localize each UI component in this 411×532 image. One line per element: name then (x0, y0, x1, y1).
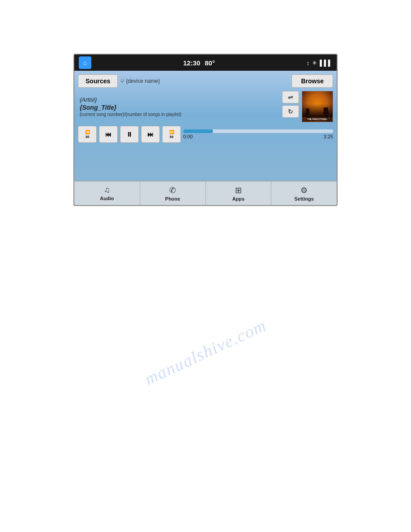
progress-times: 0:00 3:25 (183, 134, 333, 139)
progress-bar-background[interactable] (183, 129, 333, 133)
speed-30-left-icon: ⏪30 (85, 130, 90, 139)
song-title-label: {Song_Title} (80, 104, 279, 111)
bottom-nav: ♫ Audio ✆ Phone ⊞ Apps ⚙ Settings (74, 181, 337, 205)
settings-icon: ⚙ (300, 185, 308, 195)
speed-30-left-button[interactable]: ⏪30 (78, 126, 97, 143)
nav-item-settings[interactable]: ⚙ Settings (271, 181, 337, 205)
speed-30-right-icon: ⏩30 (169, 130, 174, 139)
phone-label: Phone (165, 196, 180, 202)
shuffle-icon: ⇌ (288, 94, 293, 101)
nav-item-audio[interactable]: ♫ Audio (74, 181, 140, 205)
nav-item-phone[interactable]: ✆ Phone (140, 181, 206, 205)
sources-button[interactable]: Sources (78, 74, 118, 88)
status-center: 12:30 80° (183, 59, 215, 67)
current-time: 0:00 (183, 134, 193, 139)
info-icon[interactable]: i (326, 116, 332, 121)
album-band-name: THE PARLOTONES (306, 117, 329, 121)
usb-icon: ⑂ (120, 77, 124, 85)
middle-section: {Artist} {Song_Title} {current song numb… (78, 91, 333, 122)
clock-display: 12:30 (183, 59, 200, 67)
previous-icon: ⏮ (105, 131, 111, 138)
playback-row: ⏪30 ⏮ ⏸ ⏭ ⏩30 (78, 124, 333, 144)
page-wrapper: ⌂ 12:30 80° ↕ ✳ ▌▌▌ Sources ⑂ {device na… (0, 0, 411, 532)
previous-button[interactable]: ⏮ (99, 126, 118, 143)
speed-30-right-button[interactable]: ⏩30 (162, 126, 181, 143)
device-name-label: {device name} (126, 78, 160, 84)
home-button[interactable]: ⌂ (79, 56, 91, 69)
progress-bar-fill (183, 129, 213, 133)
top-row: Sources ⑂ {device name} Browse (78, 73, 333, 89)
shuffle-repeat-buttons: ⇌ ↻ (282, 91, 299, 122)
progress-area: 0:00 3:25 (183, 129, 333, 139)
repeat-icon: ↻ (288, 108, 293, 115)
album-art: THE PARLOTONES i (302, 91, 333, 122)
status-right: ↕ ✳ ▌▌▌ (307, 60, 332, 66)
pause-icon: ⏸ (126, 131, 133, 138)
status-bar: ⌂ 12:30 80° ↕ ✳ ▌▌▌ (74, 55, 337, 71)
repeat-button[interactable]: ↻ (282, 105, 299, 118)
apps-label: Apps (232, 196, 245, 202)
temperature-display: 80° (205, 59, 215, 67)
total-time: 3:25 (324, 134, 333, 139)
main-content: Sources ⑂ {device name} Browse {Artist} … (74, 71, 337, 181)
phone-icon: ✆ (169, 185, 176, 195)
pause-button[interactable]: ⏸ (120, 126, 139, 143)
apps-icon: ⊞ (235, 185, 242, 195)
nav-item-apps[interactable]: ⊞ Apps (206, 181, 272, 205)
shuffle-button[interactable]: ⇌ (282, 91, 299, 103)
home-icon: ⌂ (83, 59, 87, 66)
settings-label: Settings (294, 196, 313, 202)
track-position-label: {current song number}/{number of songs i… (80, 112, 279, 117)
browse-button[interactable]: Browse (291, 74, 333, 88)
device-screen: ⌂ 12:30 80° ↕ ✳ ▌▌▌ Sources ⑂ {device na… (73, 54, 338, 206)
audio-label: Audio (100, 196, 114, 201)
transfer-icon: ↕ (307, 60, 310, 66)
audio-icon: ♫ (104, 185, 110, 195)
device-name-area: ⑂ {device name} (120, 77, 289, 85)
next-button[interactable]: ⏭ (141, 126, 160, 143)
track-info: {Artist} {Song_Title} {current song numb… (78, 91, 279, 122)
snowflake-icon: ✳ (312, 60, 317, 66)
signal-icon: ▌▌▌ (320, 60, 332, 66)
watermark: manualshive.com (141, 315, 270, 389)
artist-label: {Artist} (80, 96, 279, 103)
next-icon: ⏭ (147, 131, 154, 138)
